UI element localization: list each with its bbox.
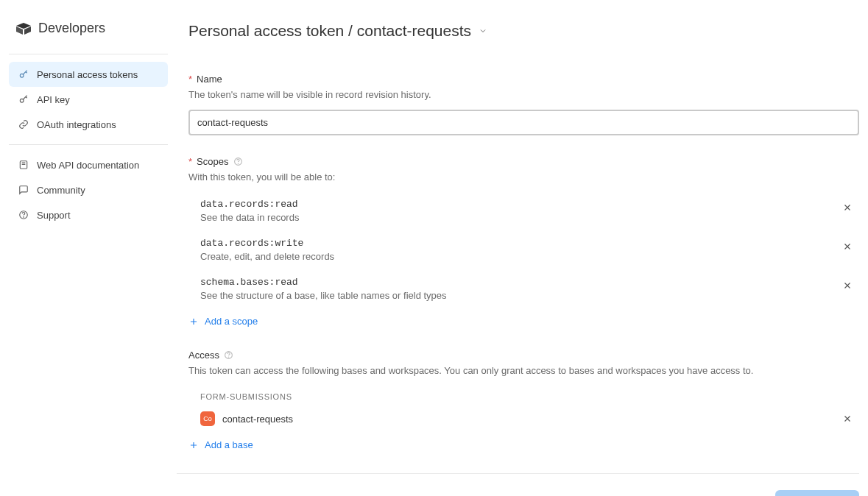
access-label: Access [188,350,859,361]
form: * Name The token's name will be visible … [177,56,859,473]
svg-point-4 [24,217,24,218]
info-icon[interactable] [224,350,234,360]
svg-point-1 [20,99,24,102]
base-icon: Co [200,411,215,426]
access-help-text: This token can access the following base… [188,364,859,378]
sidebar-item-label: Web API documentation [37,160,139,171]
add-scope-button[interactable]: Add a scope [188,308,258,328]
sidebar-item-api-key[interactable]: API key [9,87,168,112]
help-icon [18,209,29,221]
scope-desc: Create, edit, and delete records [200,251,839,262]
sidebar-item-support[interactable]: Support [9,202,168,227]
sidebar-item-label: OAuth integrations [37,119,116,130]
add-base-button[interactable]: Add a base [188,432,253,452]
logo: Developers [9,15,168,51]
divider [9,54,168,54]
book-icon [18,159,29,171]
scope-row: data.records:read See the data in record… [188,191,859,230]
sidebar-item-personal-access-tokens[interactable]: Personal access tokens [9,62,168,87]
scope-desc: See the data in records [200,212,839,223]
base-row: Co contact-requests [188,405,859,432]
plus-icon [188,440,199,450]
scopes-help-text: With this token, you will be able to: [188,170,859,185]
info-icon[interactable] [233,156,243,166]
scope-code: data.records:read [200,199,839,210]
sidebar-item-web-api-documentation[interactable]: Web API documentation [9,152,168,177]
scopes-field-group: * Scopes With this token, you will be ab… [188,156,859,329]
base-name: contact-requests [222,414,293,425]
access-group-label: FORM-SUBMISSIONS [188,385,859,405]
svg-point-6 [238,163,239,163]
page-header: Personal access token / contact-requests [177,15,859,56]
add-base-label: Add a base [205,439,253,450]
main-content: Personal access token / contact-requests… [177,0,868,496]
name-label: * Name [188,74,859,85]
scope-list: data.records:read See the data in record… [188,191,859,308]
remove-scope-button[interactable] [839,238,856,255]
sidebar-item-community[interactable]: Community [9,177,168,202]
access-field-group: Access This token can access the followi… [188,350,859,453]
remove-base-button[interactable] [839,410,856,428]
remove-scope-button[interactable] [839,277,856,294]
scope-desc: See the structure of a base, like table … [200,290,839,301]
add-scope-label: Add a scope [205,316,258,327]
chat-icon [18,184,29,196]
logo-text: Developers [38,21,105,36]
scope-row: data.records:write Create, edit, and del… [188,230,859,269]
scope-row: schema.bases:read See the structure of a… [188,269,859,308]
sidebar: Developers Personal access tokens API ke… [0,0,177,496]
svg-point-0 [20,74,24,77]
name-field-group: * Name The token's name will be visible … [188,74,859,135]
required-indicator: * [188,156,192,167]
name-help-text: The token's name will be visible in reco… [188,88,859,102]
chevron-down-icon[interactable] [479,26,487,35]
required-indicator: * [188,74,192,85]
sidebar-item-label: API key [37,94,70,105]
key-icon [18,93,29,105]
footer: Save changes [177,473,859,497]
scope-code: schema.bases:read [200,277,839,288]
scopes-label: * Scopes [188,156,859,167]
key-icon [18,68,29,80]
page-title: Personal access token / contact-requests [188,22,471,40]
link-icon [18,118,29,130]
scope-code: data.records:write [200,238,839,249]
svg-point-8 [229,356,230,357]
divider [9,144,168,145]
save-changes-button[interactable]: Save changes [775,490,859,497]
logo-icon [15,21,32,36]
sidebar-item-oauth-integrations[interactable]: OAuth integrations [9,112,168,137]
token-name-input[interactable] [188,110,859,135]
sidebar-item-label: Personal access tokens [37,69,138,80]
plus-icon [188,316,199,327]
remove-scope-button[interactable] [839,199,856,216]
sidebar-item-label: Support [37,210,71,221]
sidebar-item-label: Community [37,185,85,196]
